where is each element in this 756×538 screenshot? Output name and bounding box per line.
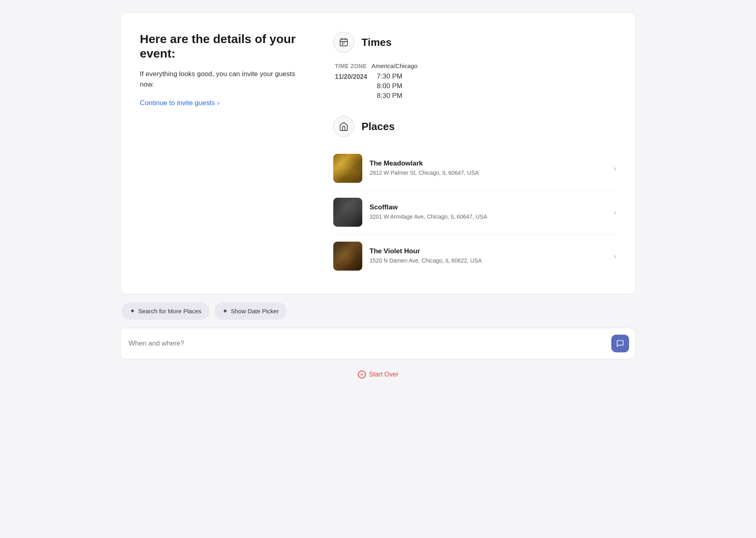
times-title: Times — [361, 36, 392, 49]
place-info: Scofflaw3201 W Armitage Ave, Chicago, IL… — [370, 203, 606, 221]
place-name: The Meadowlark — [370, 159, 606, 168]
times-icon-circle — [333, 32, 354, 53]
sparkle-search-icon: ✦ — [130, 307, 135, 315]
place-info: The Meadowlark2812 W Palmer St, Chicago,… — [370, 159, 606, 177]
place-list: The Meadowlark2812 W Palmer St, Chicago,… — [333, 147, 616, 278]
date-row: 11/20/2024 7:30 PM8:00 PM8:30 PM — [333, 72, 616, 100]
time-slot: 8:30 PM — [377, 92, 402, 100]
time-zone-value: America/Chicago — [372, 62, 417, 69]
action-buttons-row: ✦ Search for More Places ✦ Show Date Pic… — [120, 302, 636, 320]
right-panel: Times Time Zone America/Chicago 11/20/20… — [333, 32, 616, 278]
chat-send-button[interactable] — [611, 335, 629, 352]
search-more-places-label: Search for More Places — [138, 308, 201, 315]
send-icon — [616, 339, 624, 348]
place-thumbnail — [333, 198, 362, 227]
place-chevron-icon: › — [614, 252, 616, 261]
place-thumbnail — [333, 242, 362, 271]
event-heading: Here are the details of your event: — [140, 32, 309, 61]
chat-input[interactable] — [129, 339, 606, 348]
time-zone-row: Time Zone America/Chicago — [333, 62, 616, 69]
start-over-icon — [358, 370, 366, 379]
places-icon-circle — [333, 116, 354, 137]
place-name: Scofflaw — [370, 203, 606, 211]
start-over-text: Start Over — [369, 371, 399, 378]
left-panel: Here are the details of your event: If e… — [140, 32, 309, 278]
page-container: Here are the details of your event: If e… — [120, 12, 636, 382]
place-chevron-icon: › — [614, 164, 616, 173]
event-description: If everything looks good, you can invite… — [140, 69, 309, 89]
places-section: Places The Meadowlark2812 W Palmer St, C… — [333, 116, 616, 278]
sparkle-date-icon: ✦ — [222, 307, 228, 315]
chat-input-row — [120, 328, 636, 359]
store-icon — [339, 122, 349, 131]
calendar-icon — [339, 37, 349, 47]
event-date: 11/20/2024 — [335, 72, 367, 81]
place-item[interactable]: The Meadowlark2812 W Palmer St, Chicago,… — [333, 147, 616, 190]
time-slot: 7:30 PM — [377, 72, 402, 81]
place-item[interactable]: Scofflaw3201 W Armitage Ave, Chicago, IL… — [333, 190, 616, 234]
place-chevron-icon: › — [614, 208, 616, 217]
places-section-header: Places — [333, 116, 616, 137]
places-title: Places — [361, 120, 395, 133]
show-date-picker-label: Show Date Picker — [231, 308, 279, 315]
place-address: 1520 N Damen Ave, Chicago, IL 60622, USA — [370, 257, 606, 265]
invite-chevron-icon: › — [217, 99, 220, 107]
invite-guests-link[interactable]: Continue to invite guests › — [140, 99, 220, 107]
place-name: The Violet Hour — [370, 247, 606, 255]
place-item[interactable]: The Violet Hour1520 N Damen Ave, Chicago… — [333, 234, 616, 278]
times-section: Times Time Zone America/Chicago 11/20/20… — [333, 32, 616, 100]
search-more-places-button[interactable]: ✦ Search for More Places — [122, 302, 210, 320]
place-thumbnail — [333, 154, 362, 183]
show-date-picker-button[interactable]: ✦ Show Date Picker — [214, 302, 287, 320]
time-slot: 8:00 PM — [377, 82, 402, 90]
place-address: 3201 W Armitage Ave, Chicago, IL 60647, … — [370, 213, 606, 221]
place-info: The Violet Hour1520 N Damen Ave, Chicago… — [370, 247, 606, 265]
svg-rect-0 — [340, 39, 347, 46]
place-address: 2812 W Palmer St, Chicago, IL 60647, USA — [370, 169, 606, 177]
time-zone-label: Time Zone — [335, 63, 367, 69]
main-card: Here are the details of your event: If e… — [120, 12, 636, 294]
start-over-row[interactable]: Start Over — [120, 367, 636, 382]
times-section-header: Times — [333, 32, 616, 53]
time-slots-list: 7:30 PM8:00 PM8:30 PM — [377, 72, 402, 100]
